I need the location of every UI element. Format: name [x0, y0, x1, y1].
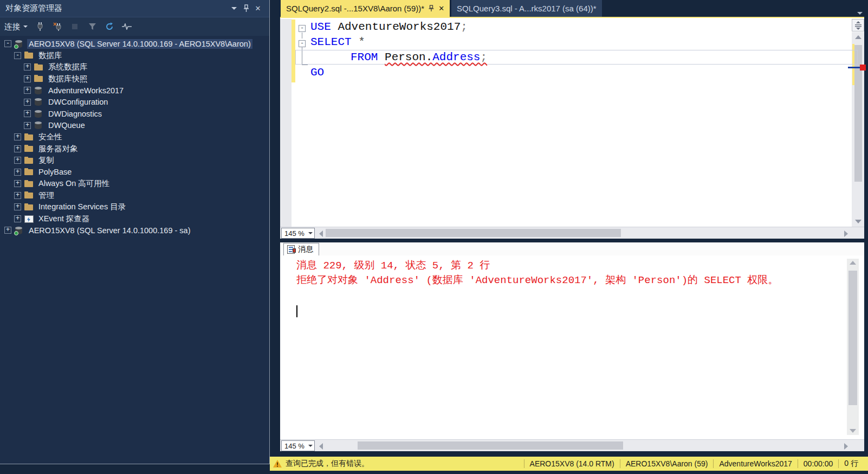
auto-hide-pin-button[interactable]	[240, 3, 252, 14]
activity-pulse-icon	[122, 23, 132, 30]
object-explorer-title: 对象资源管理器	[5, 3, 62, 14]
database-icon	[34, 121, 43, 130]
expander-icon[interactable]: +	[24, 87, 31, 94]
tree-item-polybase[interactable]: + PolyBase	[0, 166, 269, 178]
outline-collapse-icon[interactable]: -	[299, 25, 306, 32]
folder-icon	[24, 203, 34, 212]
expander-icon[interactable]: +	[14, 169, 21, 176]
close-panel-button[interactable]: ✕	[252, 3, 264, 14]
messages-vertical-scrollbar[interactable]	[847, 259, 859, 435]
outline-collapse-icon[interactable]: -	[299, 40, 306, 47]
messages-zoom-dropdown[interactable]: 145 %	[281, 440, 315, 451]
editor-zoom-dropdown[interactable]: 145 %	[281, 228, 315, 239]
expander-icon[interactable]: +	[24, 110, 31, 117]
code-line-4: GO	[280, 65, 864, 80]
tree-item-dwconfiguration[interactable]: + DWConfiguration	[0, 97, 269, 108]
expander-icon[interactable]: +	[14, 192, 21, 199]
chevron-down-icon	[857, 12, 863, 15]
tree-item-databases[interactable]: - 数据库	[0, 50, 269, 62]
server-icon	[15, 226, 24, 235]
tab-messages[interactable]: 消息	[283, 243, 319, 255]
plug-icon	[36, 22, 44, 31]
connect-object-explorer-button[interactable]	[35, 22, 45, 31]
expander-icon[interactable]: +	[14, 145, 21, 152]
status-row-count: 0 行	[839, 459, 864, 469]
tree-item-dwdiagnostics[interactable]: + DWDiagnostics	[0, 108, 269, 120]
expander-icon[interactable]: +	[14, 180, 21, 187]
connect-button[interactable]: 连接	[4, 22, 28, 32]
database-icon	[34, 110, 43, 118]
tree-item-server-objects[interactable]: + 服务器对象	[0, 143, 269, 155]
disconnect-button[interactable]	[53, 22, 62, 31]
expander-icon[interactable]: +	[24, 63, 31, 71]
sql-editor[interactable]: - - USE AdventureWorks2017; SELECT * FRO…	[280, 17, 864, 239]
expander-icon[interactable]: +	[24, 99, 31, 106]
folder-icon	[24, 51, 34, 60]
tree-item-replication[interactable]: + 复制	[0, 155, 269, 166]
refresh-icon	[105, 22, 114, 31]
plug-disconnect-icon	[53, 22, 62, 31]
tab-sqlquery2[interactable]: SQLQuery2.sql -...15XV8\Aaron (59))* ✕	[281, 0, 450, 17]
text-caret	[296, 305, 297, 317]
expander-icon[interactable]: +	[14, 215, 21, 222]
status-message: 查询已完成，但有错误。	[286, 459, 369, 469]
filter-icon	[88, 23, 96, 30]
chevron-down-icon	[307, 445, 314, 447]
server-icon	[15, 40, 24, 48]
tree-item-xevent-profiler[interactable]: + XEvent 探查器	[0, 213, 269, 225]
code-area[interactable]: USE AdventureWorks2017; SELECT * FROM Pe…	[280, 20, 864, 80]
tree-item-system-databases[interactable]: + 系统数据库	[0, 61, 269, 73]
object-explorer-tree: - AERO15XV8 (SQL Server 14.0.1000.169 - …	[0, 36, 269, 236]
messages-icon	[287, 245, 295, 254]
scrollbar-thumb[interactable]	[848, 271, 857, 405]
scroll-right-icon[interactable]	[844, 443, 848, 450]
scroll-left-icon[interactable]	[319, 230, 323, 237]
close-icon[interactable]: ✕	[438, 4, 444, 12]
error-squiggle: Person.Address;	[385, 51, 487, 63]
xevent-icon	[24, 215, 34, 223]
messages-output[interactable]: 消息 229, 级别 14, 状态 5, 第 2 行 拒绝了对对象 'Addre…	[280, 255, 864, 439]
tree-item-server-aaron[interactable]: - AERO15XV8 (SQL Server 14.0.1000.169 - …	[0, 38, 269, 50]
folder-icon	[24, 144, 34, 153]
window-position-menu-button[interactable]	[228, 3, 240, 14]
expander-icon[interactable]: -	[4, 40, 11, 47]
scrollbar-error-annotation	[860, 65, 866, 71]
tab-sqlquery3[interactable]: SQLQuery3.sql - A...rks2017 (sa (64))*	[451, 0, 602, 17]
tree-item-database-snapshots[interactable]: + 数据库快照	[0, 73, 269, 85]
scrollbar-thumb[interactable]	[326, 229, 621, 237]
refresh-button[interactable]	[105, 22, 114, 31]
expander-icon[interactable]: +	[14, 157, 21, 164]
ssms-window: 对象资源管理器 ✕ 连接	[0, 0, 868, 474]
tree-item-management[interactable]: + 管理	[0, 190, 269, 202]
scroll-down-icon[interactable]	[850, 429, 856, 433]
scroll-down-icon[interactable]	[855, 220, 861, 223]
tree-item-security[interactable]: + 安全性	[0, 131, 269, 143]
expander-icon[interactable]: +	[4, 227, 11, 234]
object-explorer-toolbar: 连接	[0, 17, 269, 36]
activity-monitor-button[interactable]	[122, 22, 132, 31]
expander-icon[interactable]: -	[14, 52, 21, 59]
stop-button-disabled	[70, 22, 80, 31]
tree-item-alwayson-high-availability[interactable]: + Always On 高可用性	[0, 178, 269, 190]
scroll-up-icon[interactable]	[850, 261, 856, 265]
expander-icon[interactable]: +	[24, 122, 31, 129]
object-explorer-titlebar: 对象资源管理器 ✕	[0, 0, 269, 17]
expander-icon[interactable]: +	[14, 203, 21, 210]
filter-button[interactable]	[87, 22, 97, 31]
tab-label: SQLQuery3.sql - A...rks2017 (sa (64))*	[457, 4, 597, 13]
code-line-3: FROM Person.Address;	[280, 50, 864, 65]
tree-item-integration-services-catalogs[interactable]: + Integration Services 目录	[0, 201, 269, 213]
scroll-right-icon[interactable]	[844, 230, 848, 237]
disabled-square-icon	[71, 23, 79, 30]
tree-item-server-sa[interactable]: + AERO15XV8 (SQL Server 14.0.1000.169 - …	[0, 225, 269, 236]
expander-icon[interactable]: +	[24, 75, 31, 82]
pin-icon[interactable]	[429, 5, 434, 12]
messages-tab-label: 消息	[298, 245, 313, 254]
tree-item-adventureworks2017[interactable]: + AdventureWorks2017	[0, 85, 269, 97]
scrollbar-thumb[interactable]	[358, 441, 623, 450]
document-list-chevron-button[interactable]	[857, 7, 863, 17]
expander-icon[interactable]: +	[14, 133, 21, 140]
document-tab-strip: SQLQuery2.sql -...15XV8\Aaron (59))* ✕ S…	[270, 0, 868, 17]
scroll-left-icon[interactable]	[319, 443, 323, 450]
tree-item-dwqueue[interactable]: + DWQueue	[0, 120, 269, 132]
